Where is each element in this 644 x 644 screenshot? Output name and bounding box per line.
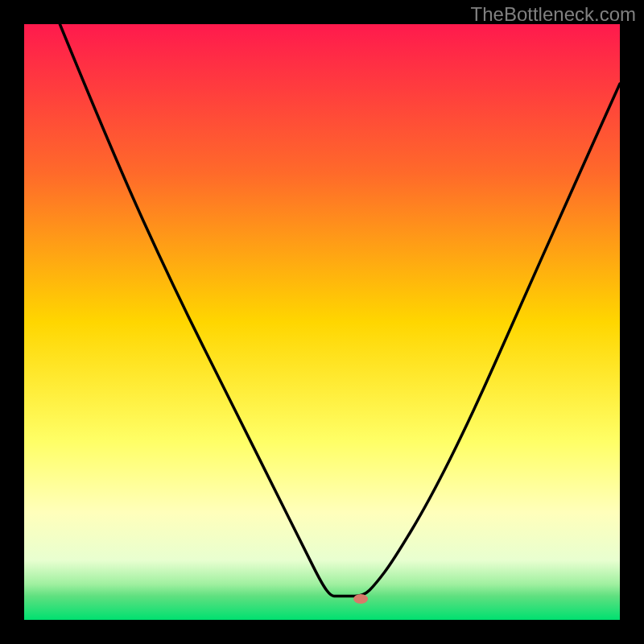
chart-frame: TheBottleneck.com <box>0 0 644 644</box>
watermark-text: TheBottleneck.com <box>471 3 636 26</box>
plot-area <box>24 24 620 620</box>
gradient-background <box>24 24 620 620</box>
optimal-marker <box>353 594 368 604</box>
chart-svg <box>24 24 620 620</box>
